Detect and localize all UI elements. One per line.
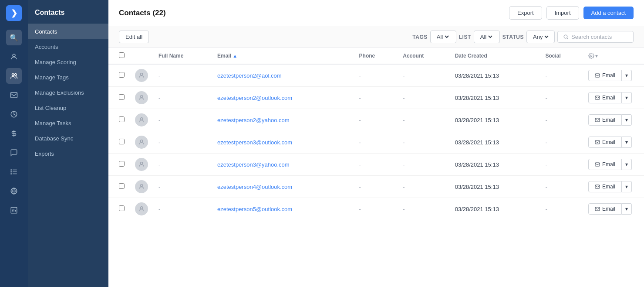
status-select-input[interactable]: Any [531,33,550,41]
sidebar-item-database-sync[interactable]: Database Sync [28,131,108,146]
row-phone: - [354,64,398,87]
email-action-button[interactable]: Email [588,70,622,81]
email-action-button[interactable]: Email [588,159,622,170]
row-phone: - [354,87,398,109]
app-logo[interactable]: ❯ [6,5,22,21]
email-action-button[interactable]: Email [588,203,622,215]
svg-line-15 [567,38,568,39]
sidebar-item-contacts[interactable]: Contacts [28,24,108,39]
export-button[interactable]: Export [509,6,542,20]
row-email[interactable]: ezetestperson4@outlook.com [212,176,354,198]
select-all-header [108,48,130,64]
row-checkbox[interactable] [119,139,125,144]
tags-select-input[interactable]: All [435,33,450,41]
action-dropdown-button[interactable]: ▾ [622,181,632,192]
row-phone: - [354,154,398,176]
row-email[interactable]: ezetestperson3@outlook.com [212,131,354,154]
row-actions[interactable]: Email ▾ [583,176,644,198]
sidebar-item-accounts[interactable]: Accounts [28,39,108,55]
import-button[interactable]: Import [546,6,579,20]
action-dropdown-button[interactable]: ▾ [622,70,632,81]
action-dropdown-button[interactable]: ▾ [622,203,632,215]
chat-nav-icon[interactable] [6,145,22,161]
email-action-button[interactable]: Email [588,92,622,103]
email-action-button[interactable]: Email [588,137,622,148]
leads-nav-icon[interactable] [6,49,22,65]
svg-point-11 [11,174,12,174]
sidebar-item-manage-tags[interactable]: Manage Tags [28,70,108,85]
avatar [135,180,148,193]
globe-nav-icon[interactable] [6,183,22,199]
revenue-nav-icon[interactable] [6,126,22,141]
lists-nav-icon[interactable] [6,164,22,180]
row-date-created: 03/28/2021 15:13 [450,154,540,176]
row-avatar-cell [130,64,153,87]
list-select-input[interactable]: All [479,33,494,41]
row-checkbox-cell[interactable] [108,109,130,131]
action-dropdown-button[interactable]: ▾ [622,114,632,126]
row-checkbox-cell[interactable] [108,198,130,220]
row-actions[interactable]: Email ▾ [583,131,644,154]
action-dropdown-button[interactable]: ▾ [622,92,632,103]
avatar [135,91,148,104]
main-content: Contacts (22) Export Import Add a contac… [108,0,644,287]
row-checkbox-cell[interactable] [108,176,130,198]
row-email[interactable]: ezetestperson2@yahoo.com [212,109,354,131]
svg-rect-20 [595,96,600,99]
analytics-nav-icon[interactable] [6,106,22,122]
row-email[interactable]: ezetestperson2@aol.com [212,64,354,87]
row-name: - [153,176,212,198]
action-dropdown-button[interactable]: ▾ [622,159,632,170]
select-all-checkbox[interactable] [119,52,125,58]
list-filter-select[interactable]: All [474,31,500,43]
action-btn-group: Email ▾ [588,114,639,126]
add-contact-button[interactable]: Add a contact [583,7,634,19]
row-actions[interactable]: Email ▾ [583,87,644,109]
action-dropdown-button[interactable]: ▾ [622,137,632,148]
row-checkbox-cell[interactable] [108,131,130,154]
sidebar-item-exports[interactable]: Exports [28,146,108,161]
row-checkbox[interactable] [119,161,125,167]
table-row: - ezetestperson2@yahoo.com - - 03/28/202… [108,109,644,131]
row-checkbox[interactable] [119,72,125,78]
contacts-nav-icon[interactable] [6,68,22,84]
row-actions[interactable]: Email ▾ [583,109,644,131]
tags-filter-select[interactable]: All [430,31,456,43]
row-checkbox[interactable] [119,94,125,100]
email-header[interactable]: Email ▲ [212,48,354,64]
row-actions[interactable]: Email ▾ [583,154,644,176]
row-actions[interactable]: Email ▾ [583,64,644,87]
sidebar-item-manage-scoring[interactable]: Manage Scoring [28,55,108,70]
full-name-header[interactable]: Full Name [153,48,212,64]
search-input[interactable] [571,34,628,40]
tags-filter-label: TAGS [412,34,427,40]
row-checkbox[interactable] [119,183,125,189]
email-nav-icon[interactable] [6,87,22,103]
search-box[interactable] [557,31,634,43]
table-row: - ezetestperson4@outlook.com - - 03/28/2… [108,176,644,198]
row-checkbox-cell[interactable] [108,87,130,109]
row-checkbox[interactable] [119,205,125,211]
search-nav-icon[interactable]: 🔍 [6,30,22,45]
actions-header[interactable]: ▾ [583,48,644,64]
email-action-button[interactable]: Email [588,114,622,126]
row-email[interactable]: ezetestperson5@outlook.com [212,198,354,220]
row-date-created: 03/28/2021 15:13 [450,87,540,109]
reports-nav-icon[interactable] [6,202,22,218]
row-checkbox-cell[interactable] [108,64,130,87]
row-checkbox-cell[interactable] [108,154,130,176]
email-action-button[interactable]: Email [588,181,622,192]
sidebar-item-manage-exclusions[interactable]: Manage Exclusions [28,85,108,100]
row-name: - [153,154,212,176]
row-email[interactable]: ezetestperson2@outlook.com [212,87,354,109]
action-btn-group: Email ▾ [588,70,639,81]
row-account: - [398,176,449,198]
sidebar-item-list-cleanup[interactable]: List Cleanup [28,100,108,116]
social-header: Social [540,48,583,64]
row-email[interactable]: ezetestperson3@yahoo.com [212,154,354,176]
sidebar-item-manage-tasks[interactable]: Manage Tasks [28,116,108,131]
row-actions[interactable]: Email ▾ [583,198,644,220]
status-filter-select[interactable]: Any [526,31,555,43]
edit-all-button[interactable]: Edit all [119,31,149,43]
row-checkbox[interactable] [119,116,125,122]
